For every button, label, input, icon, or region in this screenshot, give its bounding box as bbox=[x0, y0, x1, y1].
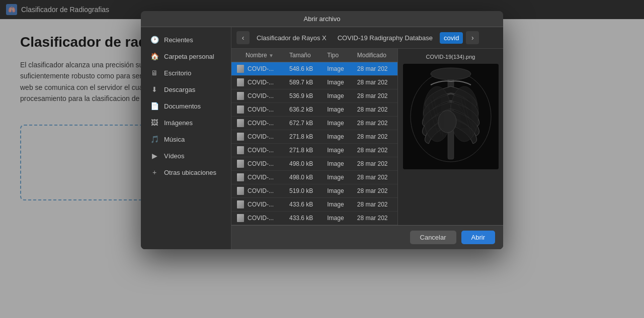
clock-icon: 🕐 bbox=[150, 35, 159, 44]
svg-point-5 bbox=[438, 111, 456, 133]
sidebar-item-carpeta[interactable]: 🏠 Carpeta personal bbox=[143, 48, 229, 64]
file-modified: 28 mar 202 bbox=[352, 117, 397, 130]
table-row[interactable]: COVID-...672.7 kBImage28 mar 202 bbox=[231, 117, 397, 130]
file-dialog: Abrir archivo 🕐 Recientes 🏠 Carpeta pers… bbox=[141, 11, 503, 249]
sidebar-label-recientes: Recientes bbox=[164, 36, 193, 44]
sidebar-item-videos[interactable]: ▶ Vídeos bbox=[143, 148, 229, 164]
sidebar-item-musica[interactable]: 🎵 Música bbox=[143, 131, 229, 147]
sidebar-item-otras[interactable]: + Otras ubicaciones bbox=[143, 164, 229, 180]
table-row[interactable]: COVID-...536.9 kBImage28 mar 202 bbox=[231, 89, 397, 103]
desktop-icon: 🖥 bbox=[150, 68, 159, 77]
file-modified: 28 mar 202 bbox=[352, 62, 397, 76]
table-row[interactable]: COVID-...271.8 kBImage28 mar 202 bbox=[231, 144, 397, 157]
file-type: Image bbox=[322, 89, 352, 103]
file-modified: 28 mar 202 bbox=[352, 198, 397, 211]
file-size: 636.2 kB bbox=[284, 103, 322, 117]
file-type-icon bbox=[236, 133, 245, 141]
file-table: Nombre ▼ Tamaño Tipo Modificado COVID-..… bbox=[231, 49, 397, 225]
file-size: 271.8 kB bbox=[284, 130, 322, 144]
file-name: COVID-... bbox=[248, 215, 274, 222]
file-type-icon bbox=[236, 160, 245, 168]
file-modified: 28 mar 202 bbox=[352, 184, 397, 198]
file-modified: 28 mar 202 bbox=[352, 89, 397, 103]
table-row[interactable]: COVID-...519.0 kBImage28 mar 202 bbox=[231, 184, 397, 198]
breadcrumb-covid[interactable]: covid bbox=[440, 32, 463, 44]
table-row[interactable]: COVID-...433.6 kBImage28 mar 202 bbox=[231, 211, 397, 225]
file-name: COVID-... bbox=[248, 106, 274, 113]
file-type: Image bbox=[322, 76, 352, 89]
col-name-label: Nombre bbox=[246, 52, 267, 59]
dialog-overlay: Abrir archivo 🕐 Recientes 🏠 Carpeta pers… bbox=[0, 0, 644, 318]
file-size: 498.0 kB bbox=[284, 157, 322, 171]
file-modified: 28 mar 202 bbox=[352, 76, 397, 89]
table-row[interactable]: COVID-...433.6 kBImage28 mar 202 bbox=[231, 198, 397, 211]
nav-back-button[interactable]: ‹ bbox=[236, 31, 250, 44]
file-name: COVID-... bbox=[248, 147, 274, 154]
document-icon: 📄 bbox=[150, 101, 159, 111]
col-type[interactable]: Tipo bbox=[322, 49, 352, 62]
file-modified: 28 mar 202 bbox=[352, 157, 397, 171]
file-size: 271.8 kB bbox=[284, 144, 322, 157]
table-row[interactable]: COVID-...498.0 kBImage28 mar 202 bbox=[231, 171, 397, 184]
sidebar-item-imagenes[interactable]: 🖼 Imágenes bbox=[143, 115, 229, 131]
open-button[interactable]: Abrir bbox=[461, 231, 495, 244]
sidebar-label-videos: Vídeos bbox=[164, 152, 184, 160]
file-type-icon bbox=[236, 92, 245, 100]
table-row[interactable]: COVID-...636.2 kBImage28 mar 202 bbox=[231, 103, 397, 117]
dialog-main: ‹ Clasificador de Rayos X COVID-19 Radig… bbox=[231, 27, 503, 249]
file-type-icon bbox=[236, 187, 245, 195]
file-name: COVID-... bbox=[248, 160, 274, 167]
sidebar-item-descargas[interactable]: ⬇ Descargas bbox=[143, 81, 229, 97]
download-icon: ⬇ bbox=[150, 85, 159, 94]
file-type-icon bbox=[236, 214, 245, 222]
dialog-titlebar: Abrir archivo bbox=[141, 11, 503, 27]
col-modified[interactable]: Modificado bbox=[352, 49, 397, 62]
file-name: COVID-... bbox=[248, 79, 274, 86]
sidebar-item-documentos[interactable]: 📄 Documentos bbox=[143, 98, 229, 114]
table-row[interactable]: COVID-...498.0 kBImage28 mar 202 bbox=[231, 157, 397, 171]
file-name: COVID-... bbox=[248, 133, 274, 140]
file-type: Image bbox=[322, 198, 352, 211]
file-size: 519.0 kB bbox=[284, 184, 322, 198]
dialog-title: Abrir archivo bbox=[304, 15, 341, 23]
file-name: COVID-... bbox=[248, 201, 274, 208]
svg-point-12 bbox=[431, 68, 471, 80]
file-type-icon bbox=[236, 119, 245, 127]
sidebar-item-recientes[interactable]: 🕐 Recientes bbox=[143, 32, 229, 48]
file-type: Image bbox=[322, 130, 352, 144]
file-size: 589.7 kB bbox=[284, 76, 322, 89]
table-row[interactable]: COVID-...271.8 kBImage28 mar 202 bbox=[231, 130, 397, 144]
file-type: Image bbox=[322, 144, 352, 157]
file-type-icon bbox=[236, 78, 245, 86]
preview-panel: COVID-19(134).png bbox=[397, 49, 503, 225]
file-modified: 28 mar 202 bbox=[352, 171, 397, 184]
breadcrumb-clasificador[interactable]: Clasificador de Rayos X bbox=[253, 32, 331, 44]
preview-filename: COVID-19(134).png bbox=[426, 54, 475, 60]
images-icon: 🖼 bbox=[150, 118, 159, 127]
breadcrumb-database[interactable]: COVID-19 Radigraphy Database bbox=[334, 32, 437, 44]
sidebar-item-escritorio[interactable]: 🖥 Escritorio bbox=[143, 65, 229, 81]
nav-forward-button[interactable]: › bbox=[466, 31, 479, 44]
file-size: 433.6 kB bbox=[284, 198, 322, 211]
file-list: Nombre ▼ Tamaño Tipo Modificado COVID-..… bbox=[231, 49, 397, 225]
col-name[interactable]: Nombre ▼ bbox=[231, 49, 284, 62]
dialog-body: 🕐 Recientes 🏠 Carpeta personal 🖥 Escrito… bbox=[141, 27, 503, 249]
file-name: COVID-... bbox=[248, 65, 274, 72]
table-row[interactable]: COVID-...589.7 kBImage28 mar 202 bbox=[231, 76, 397, 89]
video-icon: ▶ bbox=[150, 151, 159, 160]
file-type: Image bbox=[322, 157, 352, 171]
file-size: 498.0 kB bbox=[284, 171, 322, 184]
file-type-icon bbox=[236, 65, 245, 73]
file-type: Image bbox=[322, 103, 352, 117]
sidebar-label-imagenes: Imágenes bbox=[164, 119, 193, 127]
file-type-icon bbox=[236, 105, 245, 114]
home-icon: 🏠 bbox=[150, 52, 159, 61]
xray-preview-svg bbox=[403, 64, 499, 169]
file-type-icon bbox=[236, 146, 245, 154]
file-type: Image bbox=[322, 184, 352, 198]
table-row[interactable]: COVID-...548.6 kBImage28 mar 202 bbox=[231, 62, 397, 76]
col-size[interactable]: Tamaño bbox=[284, 49, 322, 62]
dialog-sidebar: 🕐 Recientes 🏠 Carpeta personal 🖥 Escrito… bbox=[141, 27, 231, 249]
cancel-button[interactable]: Cancelar bbox=[410, 231, 456, 244]
dialog-footer: Cancelar Abrir bbox=[231, 225, 503, 249]
